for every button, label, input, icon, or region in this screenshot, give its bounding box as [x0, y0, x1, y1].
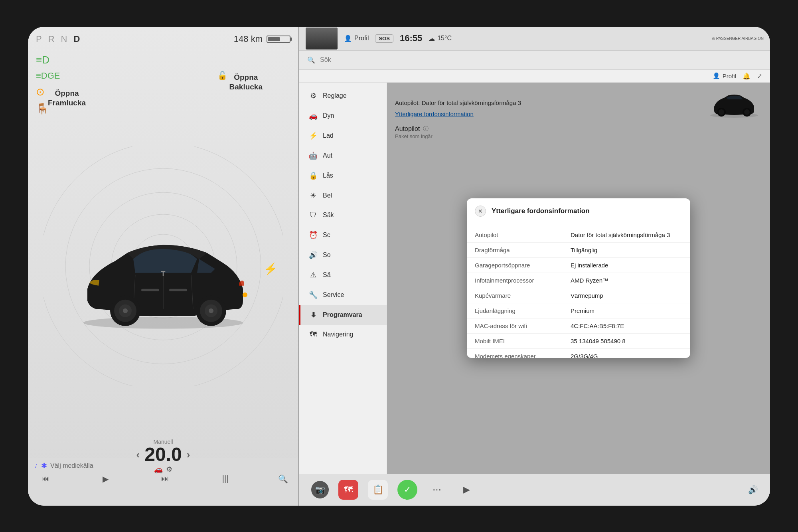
car-gear-icon: 🚗 [154, 465, 163, 474]
modal-row: LjudanläggningPremium [467, 303, 690, 318]
notes-app-button[interactable]: 📋 [368, 480, 388, 500]
sidebar-item-sc[interactable]: ⏰ Sc [299, 225, 387, 245]
settings-icon-programvara: ⬇ [308, 310, 318, 319]
sidebar-item-dyn[interactable]: 🚗 Dyn [299, 106, 387, 126]
eco-icon: ≡DGE [36, 71, 60, 80]
settings-icon-sc: ⏰ [308, 231, 318, 239]
settings-icon-las: 🔒 [308, 171, 318, 180]
sidebar-item-bel[interactable]: ☀ Bel [299, 186, 387, 206]
service-label: Service [323, 291, 344, 299]
prev-track-button[interactable]: ⏮ [38, 473, 53, 485]
search-icon: 🔍 [307, 56, 315, 64]
search-input[interactable] [320, 56, 762, 63]
modal-row: DragförmågaTillgänglig [467, 243, 690, 258]
person-icon: 👤 [344, 35, 352, 42]
modal-row-key: Ljudanläggning [475, 307, 571, 314]
modal-row: KupévärmareVärmepump [467, 288, 690, 303]
content-area: Autopilot: Dator för total självkörnings… [387, 83, 770, 474]
sos-button[interactable]: SOS [375, 34, 393, 43]
modal-row-key: Dragförmåga [475, 247, 571, 253]
maps-app-button[interactable]: 🗺 [338, 480, 358, 500]
car-image: T [63, 217, 263, 328]
sidebar-item-reglage[interactable]: ⚙ Reglage [299, 86, 387, 106]
svg-text:T: T [161, 269, 166, 277]
profile-text[interactable]: 👤 Profil [713, 72, 736, 79]
modal-row-value: 4C:FC:AA:B5:F8:7E [571, 322, 682, 329]
modal-close-button[interactable]: ✕ [475, 206, 486, 217]
sidebar-item-aut[interactable]: 🤖 Aut [299, 146, 387, 166]
modal-overlay: ✕ Ytterligare fordonsinformation Autopil… [387, 83, 770, 474]
modal-row-key: MAC-adress för wifi [475, 322, 571, 329]
weather-display: ☁ 15°C [429, 35, 452, 42]
airbag-icon: ⊙ [712, 36, 715, 41]
svg-rect-10 [169, 289, 187, 291]
modal-row-value: Värmepump [571, 292, 682, 299]
sidebar-item-service[interactable]: 🔧 Service [299, 285, 387, 305]
modal-row: AutopilotDator för total självkörningsfö… [467, 227, 690, 243]
profile-button[interactable]: 👤 Profil [344, 35, 369, 42]
equalizer-icon: ||| [219, 473, 232, 485]
prnd-bar: P R N D [36, 34, 81, 44]
settings-icon-aut: 🤖 [308, 151, 318, 160]
gear-arrow-right[interactable]: › [187, 449, 190, 460]
modal-body: AutopilotDator för total självkörningsfö… [467, 224, 690, 358]
expand-icon[interactable]: ⤢ [757, 72, 762, 80]
modal-row-value: 35 134049 585490 8 [571, 338, 682, 344]
settings-icon-dyn: 🚗 [308, 111, 318, 120]
more-apps-button[interactable]: ⋯ [427, 480, 447, 500]
cloud-icon: ☁ [429, 35, 435, 42]
sidebar-item-sa[interactable]: ⚠ Sä [299, 265, 387, 285]
battery-fill [268, 37, 280, 41]
modal-row-value: AMD Ryzen™ [571, 277, 682, 284]
gear-arrow-left[interactable]: ‹ [136, 449, 140, 460]
bottom-app-icons: 📷 🗺 📋 ✓ ⋯ ▶ [311, 480, 476, 500]
settings-icon-lad: ⚡ [308, 131, 318, 140]
sidebar-item-so[interactable]: 🔊 So [299, 245, 387, 265]
modal-row: Mobilt IMEI35 134049 585490 8 [467, 334, 690, 349]
svg-rect-9 [141, 289, 159, 291]
close-icon: ✕ [478, 208, 483, 214]
sidebar-item-las[interactable]: 🔒 Lås [299, 166, 387, 186]
modal-header: ✕ Ytterligare fordonsinformation [467, 198, 690, 224]
modal-row-key: Garageportsöppnare [475, 262, 571, 269]
gear-P: P [36, 34, 43, 44]
left-panel: P R N D 148 km ≡D ≡DGE ⊙ 🪑 ÖppnaFramluck… [28, 27, 299, 506]
open-front-button[interactable]: ÖppnaFramlucka [48, 89, 86, 108]
open-rear-button[interactable]: ÖppnaBaklucka [229, 73, 263, 92]
gear-D: D [73, 34, 81, 44]
gear-number-display: ‹ 20.0 › [136, 445, 190, 464]
sidebar-item-sak[interactable]: 🛡 Säk [299, 206, 387, 225]
headlight-icon: ≡D [36, 55, 60, 65]
settings-icon-bel: ☀ [308, 191, 318, 200]
sidebar-item-navigering[interactable]: 🗺 Navigering [299, 325, 387, 344]
airbag-label: PASSENGER AIRBAG ON [716, 36, 764, 41]
sidebar-item-lad[interactable]: ⚡ Lad [299, 126, 387, 146]
settings-icon-sa: ⚠ [308, 271, 318, 279]
open-front-label: ÖppnaFramlucka [48, 89, 86, 107]
modal-row-value: 2G/3G/4G [571, 353, 682, 358]
time-display: 16:55 [400, 33, 422, 44]
battery-bar [267, 36, 290, 43]
svg-point-20 [243, 292, 247, 297]
search-icon[interactable]: 🔍 [278, 474, 288, 484]
tasks-app-button[interactable]: ✓ [397, 480, 417, 500]
sidebar-item-programvara[interactable]: ⬇ Programvara [299, 305, 387, 325]
play-button[interactable]: ▶ [99, 473, 112, 485]
svg-point-18 [209, 308, 213, 313]
modal-row-value: Tillgänglig [571, 247, 682, 253]
next-track-button[interactable]: ⏭ [158, 473, 172, 485]
bottom-bar: 📷 🗺 📋 ✓ ⋯ ▶ 🔊 [299, 474, 770, 506]
media-source[interactable]: ♪ ✱ Välj mediekälla [34, 461, 93, 470]
camera-app-button[interactable]: 📷 [311, 481, 329, 498]
settings-icon-sak: 🛡 [308, 211, 318, 220]
modal-row: Modemets egenskaper2G/3G/4G [467, 349, 690, 358]
gear-N: N [61, 34, 68, 44]
volume-control[interactable]: 🔊 [748, 485, 758, 494]
modal-row-key: Mobilt IMEI [475, 338, 571, 344]
settings-icon-reglage: ⚙ [308, 91, 318, 100]
modal-row-value: Ej installerade [571, 262, 682, 269]
media-app-button[interactable]: ▶ [456, 480, 476, 500]
charging-icon: ⚡ [264, 262, 278, 275]
bell-icon[interactable]: 🔔 [743, 72, 751, 80]
modal-row: MAC-adress för wifi4C:FC:AA:B5:F8:7E [467, 318, 690, 334]
